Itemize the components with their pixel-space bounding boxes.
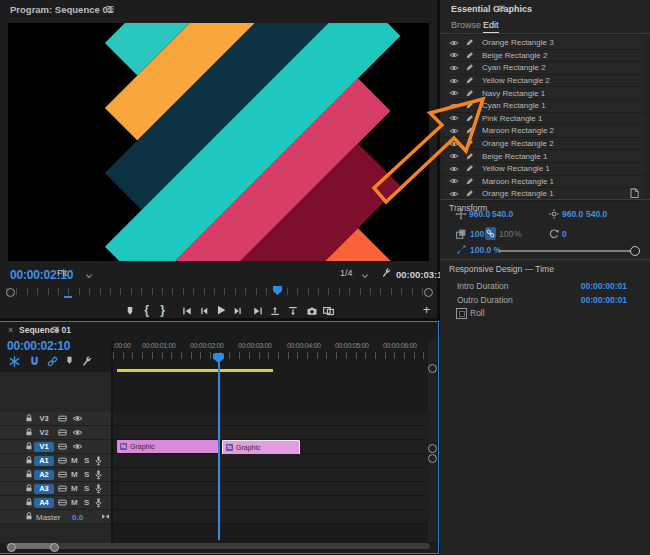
solo-button[interactable]: S (84, 456, 89, 465)
track-content-v3[interactable] (113, 412, 427, 426)
horizontal-scrollbar-track[interactable] (6, 543, 430, 549)
essential-graphics-menu-icon[interactable] (496, 3, 507, 14)
export-frame-camera-icon[interactable] (304, 303, 319, 318)
lock-icon[interactable] (24, 455, 34, 465)
layer-visibility-eye-icon[interactable] (449, 113, 459, 123)
solo-button[interactable]: S (84, 484, 89, 493)
voiceover-mic-icon[interactable] (93, 483, 104, 494)
anchor-point-icon[interactable] (548, 208, 560, 220)
scrubber-zoom-handle-right[interactable] (424, 288, 433, 297)
timeline-tab-close-icon[interactable]: × (8, 325, 13, 335)
v-scroll-handle-bottom[interactable] (428, 454, 437, 463)
mark-in-button[interactable]: { (139, 302, 154, 317)
track-content-a2[interactable] (113, 468, 427, 482)
layer-visibility-eye-icon[interactable] (449, 50, 459, 60)
graphics-layer-row[interactable]: Maroon Rectangle 2 (444, 125, 644, 138)
scale-value[interactable]: 100.0 % (470, 245, 501, 255)
track-output-eye-icon[interactable] (72, 413, 83, 424)
button-editor-plus[interactable]: + (419, 302, 434, 317)
step-forward-icon[interactable] (230, 303, 245, 318)
timeline-current-timecode[interactable]: 00:00:02:10 (7, 339, 70, 353)
track-header-a3[interactable]: A3 M S (0, 482, 111, 496)
graphics-layer-row[interactable]: Cyan Rectangle 2 (444, 62, 644, 75)
program-scrubber-track[interactable] (6, 288, 432, 295)
lock-icon[interactable] (24, 483, 34, 493)
mute-button[interactable]: M (71, 456, 78, 465)
graphics-layer-row[interactable]: Orange Rectangle 3 (444, 37, 644, 50)
track-header-v2[interactable]: V2 (0, 426, 111, 440)
outro-duration-value[interactable]: 00:00:00:01 (581, 295, 627, 305)
v-scroll-handle-top[interactable] (428, 364, 437, 373)
sync-lock-icon[interactable] (57, 413, 68, 424)
roll-checkbox[interactable] (456, 308, 467, 319)
clip-graphic-2-selected[interactable]: fx Graphic (222, 440, 300, 455)
track-header-a2[interactable]: A2 M S (0, 468, 111, 482)
voiceover-mic-icon[interactable] (93, 497, 104, 508)
lock-icon[interactable] (24, 497, 34, 507)
graphics-layer-row[interactable]: Pink Rectangle 1 (444, 113, 644, 126)
graphics-layer-row[interactable]: Orange Rectangle 2 (444, 138, 644, 151)
layer-visibility-eye-icon[interactable] (449, 101, 459, 111)
track-content-a4[interactable] (113, 496, 427, 510)
scale-slider-handle[interactable] (630, 246, 640, 256)
track-content-a3[interactable] (113, 482, 427, 496)
nest-toggle-icon[interactable] (8, 355, 21, 368)
layer-visibility-eye-icon[interactable] (449, 126, 459, 136)
graphics-layer-row[interactable]: Beige Rectangle 1 (444, 150, 644, 163)
track-output-eye-icon[interactable] (72, 427, 83, 438)
opacity-value[interactable]: 100 (470, 229, 484, 239)
new-layer-icon[interactable] (628, 187, 640, 199)
layer-visibility-eye-icon[interactable] (449, 76, 459, 86)
h-scroll-zoom-handle-right[interactable] (50, 543, 59, 552)
comparison-view-icon[interactable] (321, 303, 336, 318)
timeline-settings-wrench-icon[interactable] (80, 355, 93, 368)
mute-button[interactable]: M (71, 484, 78, 493)
timeline-tab-label[interactable]: Sequence 01 (19, 325, 71, 335)
program-video-viewport[interactable] (8, 23, 429, 261)
v-scroll-handle-mid[interactable] (428, 444, 437, 453)
voiceover-mic-icon[interactable] (93, 469, 104, 480)
master-level-value[interactable]: 0.0 (72, 513, 83, 522)
go-to-out-icon[interactable] (250, 303, 265, 318)
linked-selection-icon[interactable] (46, 355, 59, 368)
mark-out-button[interactable]: } (155, 302, 170, 317)
snap-magnet-icon[interactable] (28, 355, 41, 368)
graphics-layer-row[interactable]: Cyan Rectangle 1 (444, 100, 644, 113)
track-content-master[interactable] (113, 510, 427, 524)
track-header-a4[interactable]: A4 M S (0, 496, 111, 510)
anchor-y-value[interactable]: 540.0 (586, 209, 607, 219)
scale-slider-track[interactable] (498, 250, 637, 252)
h-scroll-zoom-handle-left[interactable] (7, 543, 16, 552)
keyframe-nav-icon[interactable] (100, 511, 111, 522)
timeline-add-marker-icon[interactable] (64, 355, 75, 366)
timeline-playhead-line[interactable] (218, 362, 220, 540)
track-header-a1[interactable]: A1 M S (0, 454, 111, 468)
timeline-ruler[interactable]: :00:00 00:00:01:00 00:00:02:00 00:00:03:… (113, 340, 427, 372)
lock-icon[interactable] (24, 511, 34, 521)
tab-browse[interactable]: Browse (451, 20, 481, 30)
sync-lock-icon[interactable] (57, 497, 68, 508)
track-header-v1[interactable]: V1 (0, 440, 111, 454)
voiceover-mic-icon[interactable] (93, 455, 104, 466)
layer-visibility-eye-icon[interactable] (449, 88, 459, 98)
track-header-v3[interactable]: V3 (0, 412, 111, 426)
track-target-a1[interactable]: A1 (34, 456, 54, 466)
track-content-v1[interactable]: fx Graphic fx Graphic (113, 440, 427, 454)
play-icon[interactable] (213, 302, 228, 317)
timeline-panel-menu-icon[interactable] (50, 324, 61, 335)
track-target-a3[interactable]: A3 (34, 484, 54, 494)
track-output-eye-icon[interactable] (72, 441, 83, 452)
tab-edit[interactable]: Edit (483, 20, 499, 34)
zoom-level-select[interactable]: Fit (57, 268, 67, 278)
mute-button[interactable]: M (71, 498, 78, 507)
track-content-v2[interactable] (113, 426, 427, 440)
track-target-v2[interactable]: V2 (34, 428, 54, 438)
solo-button[interactable]: S (84, 470, 89, 479)
track-target-a4[interactable]: A4 (34, 498, 54, 508)
graphics-layer-row[interactable]: Yellow Rectangle 2 (444, 75, 644, 88)
lock-icon[interactable] (24, 469, 34, 479)
position-y-value[interactable]: 540.0 (492, 209, 513, 219)
program-panel-menu-icon[interactable] (104, 3, 116, 15)
layer-visibility-eye-icon[interactable] (449, 151, 459, 161)
lock-icon[interactable] (24, 441, 34, 451)
